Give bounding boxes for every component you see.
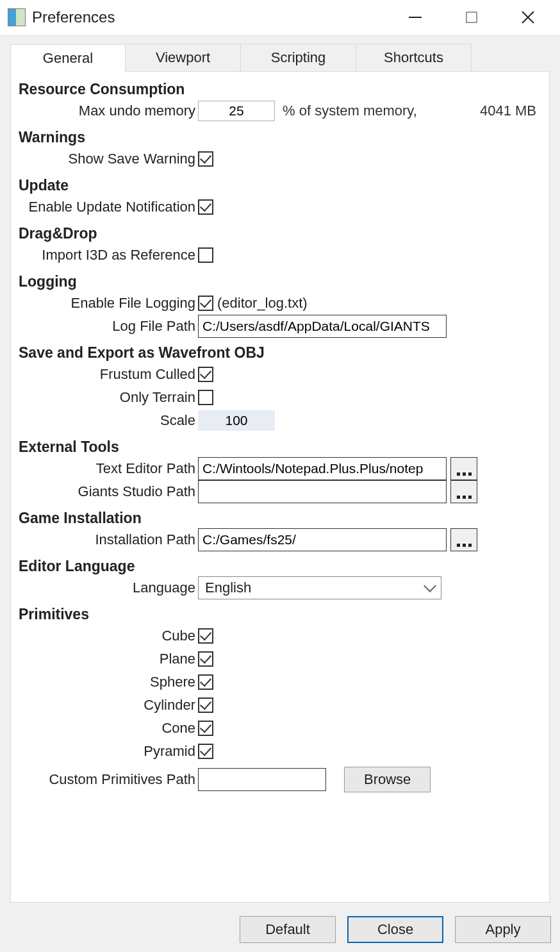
heading-editor-language: Editor Language [19,558,541,575]
tab-general[interactable]: General [10,44,126,72]
row-scale: Scale [19,409,541,432]
label-scale: Scale [19,412,198,429]
label-percent-suffix: % of system memory, [283,103,417,119]
checkbox-cylinder[interactable] [198,697,213,713]
tab-scripting[interactable]: Scripting [241,44,356,72]
input-installation-path[interactable] [198,528,447,551]
checkbox-frustum-culled[interactable] [198,367,213,382]
label-installation-path: Installation Path [19,531,198,548]
label-pyramid: Pyramid [19,743,198,760]
window-title: Preferences [32,8,115,26]
input-scale[interactable] [198,410,275,431]
chevron-down-icon [424,580,436,592]
minimize-button[interactable] [387,0,443,35]
label-cube: Cube [19,628,198,644]
label-only-terrain: Only Terrain [19,389,198,406]
label-show-save-warning: Show Save Warning [19,151,198,167]
label-enable-update-notification: Enable Update Notification [19,199,198,215]
default-button[interactable]: Default [240,916,336,943]
row-frustum-culled: Frustum Culled [19,363,541,386]
checkbox-plane[interactable] [198,651,213,667]
heading-external-tools: External Tools [19,438,541,456]
browse-text-editor-path[interactable] [450,457,477,480]
titlebar: Preferences [0,0,560,35]
checkbox-enable-file-logging[interactable] [198,296,213,311]
label-enable-file-logging: Enable File Logging [19,295,198,312]
row-show-save-warning: Show Save Warning [19,147,541,171]
heading-logging: Logging [19,273,541,290]
row-import-i3d: Import I3D as Reference [19,244,541,267]
label-giants-studio-path: Giants Studio Path [19,483,198,500]
label-frustum-culled: Frustum Culled [19,366,198,383]
row-sphere: Sphere [19,671,541,694]
label-total-memory: 4041 MB [480,103,541,119]
browse-custom-primitives-button[interactable]: Browse [344,767,431,792]
label-sphere: Sphere [19,674,198,690]
tab-viewport[interactable]: Viewport [126,44,241,72]
select-language[interactable]: English [198,576,441,599]
input-giants-studio-path[interactable] [198,480,447,503]
maximize-icon [466,12,477,23]
row-cube: Cube [19,624,541,647]
row-cylinder: Cylinder [19,694,541,717]
apply-button[interactable]: Apply [455,916,551,943]
close-button[interactable]: Close [347,916,443,943]
label-language: Language [19,580,198,596]
label-import-i3d: Import I3D as Reference [19,247,198,263]
close-window-button[interactable] [500,0,556,35]
input-max-undo-memory[interactable] [198,101,275,121]
window-controls [387,0,556,35]
tabbar: General Viewport Scripting Shortcuts [10,44,550,72]
row-text-editor-path: Text Editor Path [19,457,541,480]
row-only-terrain: Only Terrain [19,386,541,409]
label-custom-primitives-path: Custom Primitives Path [19,771,198,788]
row-plane: Plane [19,647,541,671]
heading-update: Update [19,177,541,194]
input-text-editor-path[interactable] [198,457,447,480]
checkbox-cube[interactable] [198,628,213,644]
row-custom-primitives-path: Custom Primitives Path Browse [19,767,541,792]
row-max-undo-memory: Max undo memory % of system memory, 4041… [19,99,541,122]
row-pyramid: Pyramid [19,740,541,763]
tab-shortcuts[interactable]: Shortcuts [356,44,472,72]
browse-installation-path[interactable] [450,528,477,551]
checkbox-cone[interactable] [198,721,213,736]
checkbox-only-terrain[interactable] [198,390,213,405]
heading-primitives: Primitives [19,606,541,623]
heading-warnings: Warnings [19,129,541,146]
checkbox-enable-update-notification[interactable] [198,199,213,215]
row-language: Language English [19,576,541,599]
app-icon [8,8,26,26]
dialog-footer: Default Close Apply [0,907,560,952]
heading-game-installation: Game Installation [19,510,541,527]
row-giants-studio-path: Giants Studio Path [19,480,541,503]
row-enable-update-notification: Enable Update Notification [19,196,541,219]
heading-resource-consumption: Resource Consumption [19,81,541,98]
maximize-button[interactable] [443,0,500,35]
checkbox-sphere[interactable] [198,674,213,690]
close-icon [520,10,536,25]
row-installation-path: Installation Path [19,528,541,551]
heading-dragdrop: Drag&Drop [19,225,541,242]
tab-panel-general: Resource Consumption Max undo memory % o… [10,71,550,903]
minimize-icon [409,17,422,18]
heading-save-export: Save and Export as Wavefront OBJ [19,344,541,362]
label-cylinder: Cylinder [19,697,198,714]
label-plane: Plane [19,651,198,667]
input-custom-primitives-path[interactable] [198,768,326,791]
label-max-undo-memory: Max undo memory [19,103,198,119]
row-cone: Cone [19,717,541,740]
checkbox-pyramid[interactable] [198,744,213,759]
row-log-file-path: Log File Path [19,315,541,338]
select-language-value: English [205,580,251,596]
label-log-file-path: Log File Path [19,318,198,335]
hint-file-logging: (editor_log.txt) [217,295,308,312]
label-text-editor-path: Text Editor Path [19,460,198,477]
checkbox-import-i3d[interactable] [198,247,213,263]
client-area: General Viewport Scripting Shortcuts Res… [0,35,560,907]
browse-giants-studio-path[interactable] [450,480,477,503]
label-cone: Cone [19,720,198,737]
input-log-file-path[interactable] [198,315,447,338]
row-enable-file-logging: Enable File Logging (editor_log.txt) [19,292,541,315]
checkbox-show-save-warning[interactable] [198,151,213,167]
